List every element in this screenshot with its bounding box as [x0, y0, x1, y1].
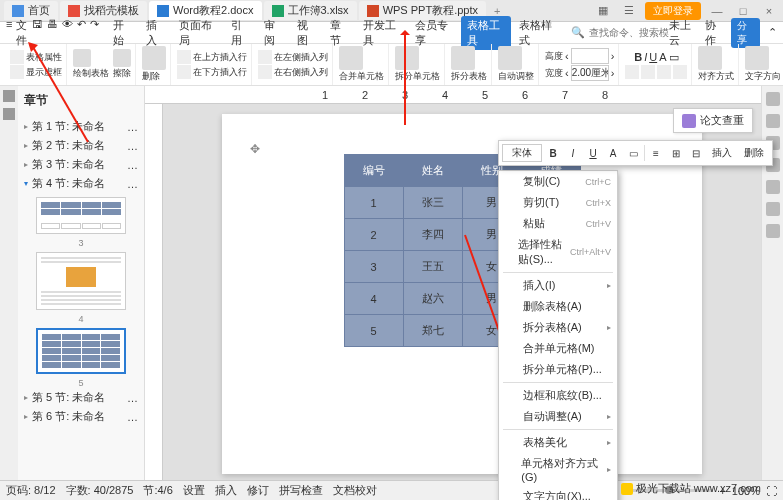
- underline-button[interactable]: U: [649, 51, 657, 63]
- sb-track[interactable]: 修订: [247, 483, 269, 498]
- ctx-item-14[interactable]: 表格美化▸: [499, 432, 617, 453]
- grid-icon[interactable]: ▦: [593, 4, 613, 17]
- qat-undo-icon[interactable]: ↶: [77, 18, 86, 48]
- eraser-button[interactable]: 擦除: [113, 49, 131, 80]
- bookmark-icon[interactable]: [3, 108, 15, 120]
- sb-proof[interactable]: 文档校对: [333, 483, 377, 498]
- section-item-2[interactable]: ▸第 2 节: 未命名…: [22, 136, 140, 155]
- mini-align[interactable]: ≡: [647, 144, 665, 162]
- ctx-item-2[interactable]: 粘贴Ctrl+V: [499, 213, 617, 234]
- align-right-icon[interactable]: [657, 65, 671, 79]
- ctx-item-15[interactable]: 单元格对齐方式(G)▸: [499, 453, 617, 486]
- height-inc-icon[interactable]: ›: [611, 50, 615, 62]
- mini-merge[interactable]: ⊞: [667, 144, 685, 162]
- section-item-5[interactable]: ▸第 5 节: 未命名…: [22, 388, 140, 407]
- qat-print-icon[interactable]: 🖶: [47, 18, 58, 48]
- minimize-button[interactable]: —: [707, 5, 727, 17]
- section-item-3[interactable]: ▸第 3 节: 未命名…: [22, 155, 140, 174]
- insert-row-above-icon[interactable]: [177, 50, 191, 64]
- ctx-item-0[interactable]: 复制(C)Ctrl+C: [499, 171, 617, 192]
- ctx-item-8[interactable]: 合并单元格(M): [499, 338, 617, 359]
- section-item-1[interactable]: ▸第 1 节: 未命名…: [22, 117, 140, 136]
- insert-row-below-icon[interactable]: [177, 65, 191, 79]
- outline-icon[interactable]: [3, 90, 15, 102]
- ctx-item-5[interactable]: 插入(I)▸: [499, 275, 617, 296]
- ruler-horizontal[interactable]: 12345678: [145, 86, 761, 104]
- mini-insert[interactable]: 插入: [707, 144, 737, 162]
- ctx-item-12[interactable]: 自动调整(A)▸: [499, 406, 617, 427]
- coop-button[interactable]: 协作: [705, 18, 724, 48]
- autofit-button[interactable]: 自动调整: [498, 46, 534, 83]
- rb-style-icon[interactable]: [766, 114, 780, 128]
- page-thumb-5[interactable]: [36, 328, 126, 374]
- align-left-icon[interactable]: [625, 65, 639, 79]
- draw-table-button[interactable]: 绘制表格: [73, 49, 109, 80]
- mini-font-select[interactable]: 宋体: [502, 144, 542, 162]
- cloud-status[interactable]: 未上云: [669, 18, 697, 48]
- rb-backup-icon[interactable]: [766, 202, 780, 216]
- show-grid-icon[interactable]: [10, 65, 24, 79]
- th-id[interactable]: 编号: [344, 155, 403, 187]
- insert-col-left-icon[interactable]: [258, 50, 272, 64]
- split-cells-button[interactable]: 拆分单元格: [395, 46, 440, 83]
- sb-insert[interactable]: 插入: [215, 483, 237, 498]
- file-menu[interactable]: 文件: [16, 18, 28, 48]
- sb-spell[interactable]: 拼写检查: [279, 483, 323, 498]
- search-input[interactable]: [589, 27, 669, 38]
- ctx-item-3[interactable]: 选择性粘贴(S)...Ctrl+Alt+V: [499, 234, 617, 270]
- bold-button[interactable]: B: [634, 51, 642, 63]
- table-props-icon[interactable]: [10, 50, 24, 64]
- fullscreen-icon[interactable]: ⛶: [766, 485, 777, 497]
- width-dec-icon[interactable]: ‹: [565, 67, 569, 79]
- sb-settings[interactable]: 设置: [183, 483, 205, 498]
- paper-check-button[interactable]: 论文查重: [673, 108, 753, 133]
- qat-redo-icon[interactable]: ↷: [90, 18, 99, 48]
- highlight-button[interactable]: ▭: [669, 51, 679, 64]
- width-inc-icon[interactable]: ›: [611, 67, 615, 79]
- width-input[interactable]: [571, 65, 609, 81]
- document-page[interactable]: ✥ 编号 姓名 性别 成绩 1张三男 2李四男 3王五女 4赵六男 5郑七女: [222, 114, 702, 474]
- mini-bold[interactable]: B: [544, 144, 562, 162]
- app-menu-icon[interactable]: ≡: [6, 18, 12, 48]
- border-icon[interactable]: [673, 65, 687, 79]
- maximize-button[interactable]: □: [733, 5, 753, 17]
- mini-font-color[interactable]: A: [604, 144, 622, 162]
- text-dir-button[interactable]: 文字方向: [745, 46, 781, 83]
- share-button[interactable]: 分享: [731, 18, 760, 48]
- rb-tool-icon[interactable]: [766, 180, 780, 194]
- ctx-item-9[interactable]: 拆分单元格(P)...: [499, 359, 617, 380]
- page-thumb-4[interactable]: [36, 252, 126, 310]
- table-anchor-icon[interactable]: ✥: [250, 142, 260, 156]
- sb-page[interactable]: 页码: 8/12: [6, 483, 56, 498]
- section-item-6[interactable]: ▸第 6 节: 未命名…: [22, 407, 140, 426]
- height-dec-icon[interactable]: ‹: [565, 50, 569, 62]
- mini-highlight[interactable]: ▭: [624, 144, 642, 162]
- ctx-item-1[interactable]: 剪切(T)Ctrl+X: [499, 192, 617, 213]
- font-color-button[interactable]: A: [659, 51, 666, 63]
- ctx-item-16[interactable]: 文字方向(X)...: [499, 486, 617, 500]
- split-table-button[interactable]: 拆分表格: [451, 46, 487, 83]
- sb-words[interactable]: 字数: 40/2875: [66, 483, 134, 498]
- sb-section[interactable]: 节:4/6: [143, 483, 172, 498]
- ctx-item-6[interactable]: 删除表格(A): [499, 296, 617, 317]
- align-center-icon[interactable]: [641, 65, 655, 79]
- mini-delete[interactable]: 删除: [739, 144, 769, 162]
- page-thumb-3[interactable]: [36, 197, 126, 234]
- merge-cells-button[interactable]: 合并单元格: [339, 46, 384, 83]
- qat-preview-icon[interactable]: 👁: [62, 18, 73, 48]
- mini-autofit[interactable]: ⊟: [687, 144, 705, 162]
- mini-underline[interactable]: U: [584, 144, 602, 162]
- align-button[interactable]: 对齐方式: [698, 46, 734, 83]
- ruler-vertical[interactable]: [145, 104, 163, 480]
- insert-col-right-icon[interactable]: [258, 65, 272, 79]
- mini-italic[interactable]: I: [564, 144, 582, 162]
- italic-button[interactable]: I: [644, 51, 647, 63]
- rb-select-icon[interactable]: [766, 92, 780, 106]
- ctx-item-7[interactable]: 拆分表格(A)▸: [499, 317, 617, 338]
- height-input[interactable]: [571, 48, 609, 64]
- th-name[interactable]: 姓名: [403, 155, 462, 187]
- delete-button[interactable]: 删除: [142, 46, 166, 83]
- section-item-4[interactable]: ▾第 4 节: 未命名…: [22, 174, 140, 193]
- ctx-item-11[interactable]: 边框和底纹(B)...: [499, 385, 617, 406]
- ribbon-collapse-icon[interactable]: ⌃: [768, 26, 777, 39]
